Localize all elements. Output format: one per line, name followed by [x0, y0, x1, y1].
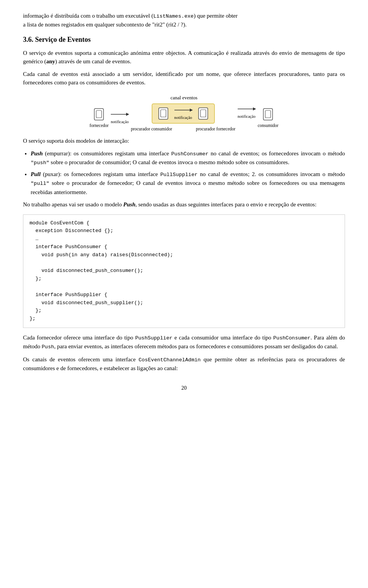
bullet1-text2: no canal de eventos; os fornecedores inv…: [209, 150, 345, 156]
intro-text3: a lista de nomes registados em qualquer …: [23, 21, 187, 28]
proc-fornecedor-label: procurador fornecedor: [196, 126, 235, 132]
notif2-label: notificação: [174, 115, 192, 121]
consumidor-label: consumidor: [258, 123, 278, 128]
proc-consumidor-node: [158, 106, 169, 121]
bullet2-paren: (puxar):: [41, 171, 62, 177]
para5-start: Os canais de eventos oferecem uma interf…: [23, 356, 138, 362]
bullet1-italic: Push: [31, 150, 43, 156]
consumidor-node: consumidor: [258, 107, 278, 128]
canal-sublabels: procurador consumidor procurador fornece…: [131, 125, 235, 132]
svg-rect-9: [200, 110, 206, 117]
para4-code1: PushSupplier: [135, 335, 172, 341]
bullet2-text: os fornecedores registam uma interface: [61, 171, 160, 177]
bullet2-text3: sobre o procurador de fornecedor; O cana…: [31, 180, 345, 195]
svg-marker-11: [253, 107, 256, 110]
notif2-group: notificação: [174, 106, 193, 121]
fornecedor-label: fornecedor: [90, 123, 109, 128]
svg-marker-3: [126, 113, 129, 116]
para5-code: CosEventChannelAdmin: [138, 357, 200, 363]
para3-end: , sendo usadas as duas seguintes interfa…: [135, 201, 316, 208]
para4-code3: Push: [42, 344, 54, 350]
diagram-row: fornecedor notificação: [90, 104, 279, 132]
para3: No trabalho apenas vai ser usado o model…: [23, 200, 345, 209]
notif1-label: notificação: [111, 119, 129, 125]
para5: Os canais de eventos oferecem uma interf…: [23, 355, 345, 373]
canal-label: canal eventos: [171, 94, 197, 102]
para1-end: ) através de um canal de eventos.: [55, 58, 131, 64]
para4-mid: e cada consumidor uma interface do tipo: [172, 334, 273, 341]
proc-consumidor-label: procurador consumidor: [131, 126, 172, 132]
svg-marker-7: [190, 109, 193, 112]
bullet1-code: PushConsumer: [171, 151, 209, 157]
intro-paragraph: informação é distribuída com o trabalho …: [23, 12, 345, 29]
bullet1-paren: (empurrar):: [43, 150, 72, 156]
fornecedor-node: fornecedor: [90, 107, 109, 128]
section-number: 3.6.: [23, 36, 33, 43]
page-number: 20: [23, 384, 345, 392]
code-block: module CosEventCom { exception Disconnec…: [23, 214, 345, 328]
para3-start: No trabalho apenas vai ser usado o model…: [23, 201, 123, 208]
bullet1-code2: "push": [31, 160, 49, 166]
bullet2-code2: "pull": [31, 181, 49, 186]
para1: O serviço de eventos suporta a comunicaç…: [23, 49, 345, 66]
para2: Cada canal de eventos está associado a u…: [23, 70, 345, 87]
bullet1-text3: sobre o procurador de consumidor; O cana…: [49, 159, 289, 165]
svg-rect-5: [161, 110, 166, 117]
bullet-pull: Pull (puxar): os fornecedores registam u…: [31, 170, 345, 196]
canal-box: notificação: [152, 104, 215, 124]
para4-code2: PushConsumer: [273, 335, 310, 341]
svg-rect-1: [96, 110, 102, 118]
para4-text3: , para enviar eventos, as interfaces ofe…: [54, 343, 338, 349]
notif3-group: notificação: [237, 105, 256, 120]
bullet1-text: os consumidores registam uma interface: [71, 150, 171, 156]
para4-start: Cada fornecedor oferece uma interface do…: [23, 334, 135, 341]
canal-area: notificação procurador consumidor procur…: [131, 104, 235, 132]
bullet2-italic: Pull: [31, 171, 41, 177]
bullet2-text2: no canal de eventos; 2. os consumidores …: [197, 171, 345, 177]
section-title-text: Serviço de Eventos: [35, 36, 91, 43]
notif1-group: notificação: [110, 110, 129, 125]
para3-italic: Push: [123, 201, 136, 208]
section-heading: 3.6. Serviço de Eventos: [23, 35, 345, 45]
models-intro: O serviço suporta dois modelos de intera…: [23, 137, 345, 145]
notif3-label: notificação: [238, 114, 256, 120]
bullet-list: Push (empurrar): os consumidores regista…: [31, 149, 345, 197]
diagram: canal eventos fornecedor notificação: [23, 94, 345, 132]
bullet2-code: PullSupplier: [160, 172, 197, 178]
svg-rect-13: [265, 110, 271, 118]
para4: Cada fornecedor oferece uma interface do…: [23, 333, 345, 351]
intro-text1: informação é distribuída com o trabalho …: [23, 13, 153, 19]
intro-code1: ListNames.exe: [153, 13, 194, 19]
intro-text2: ) que permite obter: [194, 13, 238, 19]
para1-any: any: [46, 58, 55, 64]
proc-fornecedor-node: [197, 106, 209, 121]
bullet-push: Push (empurrar): os consumidores regista…: [31, 149, 345, 167]
